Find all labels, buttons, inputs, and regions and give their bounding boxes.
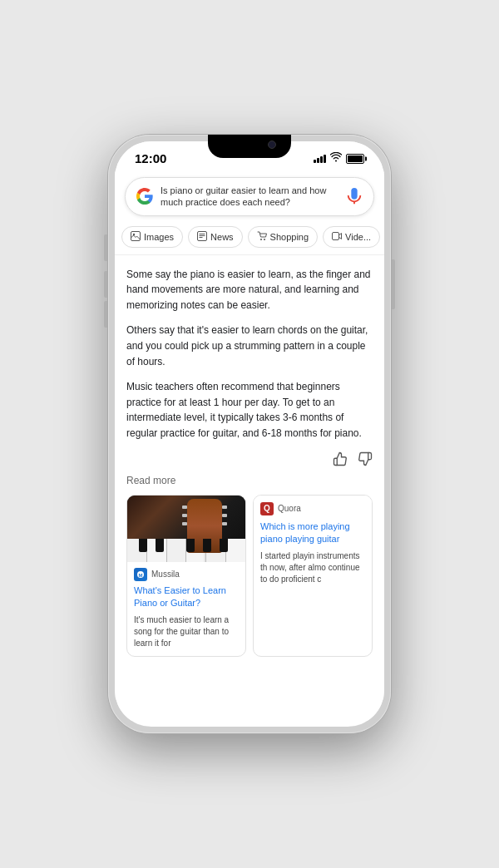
mussila-source-name: Mussila (151, 570, 180, 579)
shopping-tab-icon (257, 231, 267, 243)
front-camera (268, 141, 276, 149)
feedback-row (126, 451, 373, 470)
filter-tabs: Images News (115, 223, 384, 255)
signal-bar-4 (324, 155, 326, 163)
battery-fill (348, 155, 363, 162)
card-mussila-title: What's Easier to Learn Piano or Guitar? (127, 584, 245, 615)
status-icons (314, 152, 364, 165)
tab-images[interactable]: Images (121, 226, 183, 248)
card-mussila-image (127, 496, 245, 562)
tab-shopping[interactable]: Shopping (248, 226, 319, 248)
tab-news[interactable]: News (188, 226, 243, 248)
answer-paragraph-1: Some say the piano is easier to learn, a… (126, 267, 373, 313)
svg-text:M: M (139, 572, 143, 577)
images-tab-label: Images (144, 232, 174, 242)
quora-source-row: Q Quora (260, 502, 365, 520)
svg-rect-8 (333, 232, 339, 239)
battery-icon (346, 154, 364, 164)
thumbs-down-icon[interactable] (358, 451, 373, 470)
signal-bar-1 (314, 160, 316, 163)
google-logo (136, 187, 154, 205)
cards-row: M Mussila What's Easier to Learn Piano o… (126, 495, 373, 658)
svg-point-6 (260, 239, 262, 240)
quora-logo: Q (260, 502, 274, 515)
svg-point-7 (264, 239, 265, 240)
quora-card-snippet: I started playin instruments th now, aft… (260, 550, 365, 585)
status-time: 12:00 (135, 151, 166, 165)
wifi-icon (330, 152, 342, 165)
shopping-tab-label: Shopping (270, 232, 309, 242)
quora-source-name: Quora (278, 504, 301, 513)
search-bar[interactable]: Is piano or guitar easier to learn and h… (125, 177, 374, 216)
screen-content: Is piano or guitar easier to learn and h… (115, 172, 384, 721)
mussila-logo: M (134, 568, 147, 581)
news-tab-icon (197, 231, 207, 243)
signal-icon (314, 155, 326, 163)
quora-card-title: Which is more playing piano playing guit… (260, 520, 365, 551)
videos-tab-icon (332, 231, 342, 243)
search-query-text: Is piano or guitar easier to learn and h… (161, 185, 340, 209)
signal-bar-2 (317, 158, 319, 163)
news-tab-label: News (210, 232, 234, 242)
phone-screen: 12:00 (115, 141, 384, 727)
card-quora[interactable]: Q Quora Which is more playing piano play… (253, 495, 373, 658)
card-mussila-source: M Mussila (127, 562, 245, 584)
main-content: Some say the piano is easier to learn, a… (115, 255, 384, 696)
phone-frame: 12:00 (108, 135, 391, 733)
images-tab-icon (131, 231, 141, 243)
card-mussila-snippet: It's much easier to learn a song for the… (127, 614, 245, 656)
tab-videos[interactable]: Vide... (323, 226, 380, 248)
thumbs-up-icon[interactable] (333, 451, 348, 470)
videos-tab-label: Vide... (345, 232, 371, 242)
signal-bar-3 (320, 156, 323, 163)
card-mussila[interactable]: M Mussila What's Easier to Learn Piano o… (126, 495, 246, 658)
notch (208, 135, 291, 158)
answer-paragraph-3: Music teachers often recommend that begi… (126, 379, 373, 441)
read-more-link[interactable]: Read more (126, 475, 373, 486)
search-bar-wrapper: Is piano or guitar easier to learn and h… (115, 172, 384, 223)
quora-card-top: Q Quora Which is more playing piano play… (254, 496, 372, 589)
mic-icon[interactable] (345, 187, 363, 205)
answer-paragraph-2: Others say that it's easier to learn cho… (126, 323, 373, 369)
